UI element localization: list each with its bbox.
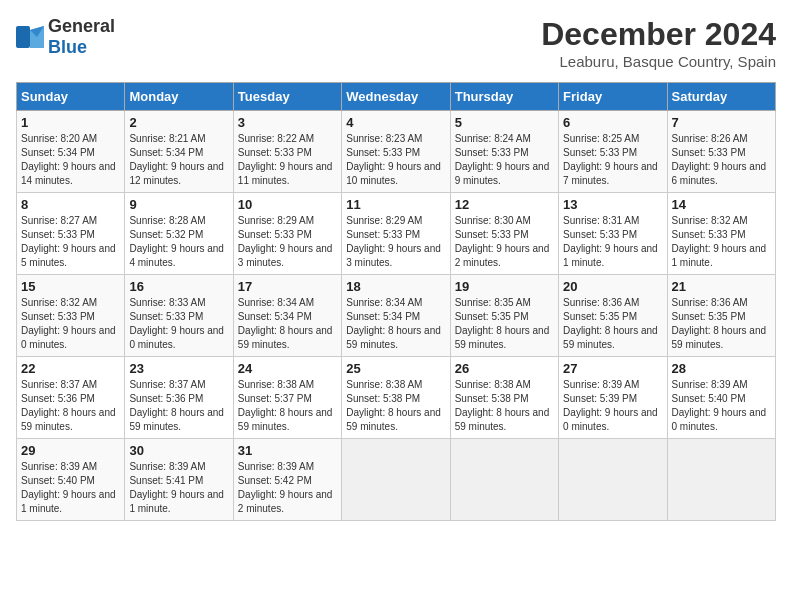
col-header-wednesday: Wednesday [342,83,450,111]
calendar-cell: 4Sunrise: 8:23 AMSunset: 5:33 PMDaylight… [342,111,450,193]
calendar-cell: 12Sunrise: 8:30 AMSunset: 5:33 PMDayligh… [450,193,558,275]
calendar-cell: 3Sunrise: 8:22 AMSunset: 5:33 PMDaylight… [233,111,341,193]
calendar-cell: 22Sunrise: 8:37 AMSunset: 5:36 PMDayligh… [17,357,125,439]
logo-text: General Blue [48,16,115,58]
calendar-cell [559,439,667,521]
cell-content: Sunrise: 8:38 AMSunset: 5:38 PMDaylight:… [346,378,445,434]
calendar-cell: 13Sunrise: 8:31 AMSunset: 5:33 PMDayligh… [559,193,667,275]
day-number: 28 [672,361,771,376]
calendar-cell: 9Sunrise: 8:28 AMSunset: 5:32 PMDaylight… [125,193,233,275]
day-number: 30 [129,443,228,458]
cell-content: Sunrise: 8:33 AMSunset: 5:33 PMDaylight:… [129,296,228,352]
col-header-tuesday: Tuesday [233,83,341,111]
cell-content: Sunrise: 8:35 AMSunset: 5:35 PMDaylight:… [455,296,554,352]
col-header-saturday: Saturday [667,83,775,111]
cell-content: Sunrise: 8:37 AMSunset: 5:36 PMDaylight:… [129,378,228,434]
calendar-cell: 16Sunrise: 8:33 AMSunset: 5:33 PMDayligh… [125,275,233,357]
calendar-cell: 27Sunrise: 8:39 AMSunset: 5:39 PMDayligh… [559,357,667,439]
day-number: 31 [238,443,337,458]
header: General Blue December 2024 Leaburu, Basq… [16,16,776,70]
logo-icon [16,26,44,48]
day-number: 1 [21,115,120,130]
calendar-cell: 26Sunrise: 8:38 AMSunset: 5:38 PMDayligh… [450,357,558,439]
calendar-cell: 19Sunrise: 8:35 AMSunset: 5:35 PMDayligh… [450,275,558,357]
cell-content: Sunrise: 8:22 AMSunset: 5:33 PMDaylight:… [238,132,337,188]
calendar-cell: 15Sunrise: 8:32 AMSunset: 5:33 PMDayligh… [17,275,125,357]
calendar-cell [342,439,450,521]
calendar-cell: 7Sunrise: 8:26 AMSunset: 5:33 PMDaylight… [667,111,775,193]
day-number: 7 [672,115,771,130]
col-header-sunday: Sunday [17,83,125,111]
calendar-cell: 1Sunrise: 8:20 AMSunset: 5:34 PMDaylight… [17,111,125,193]
cell-content: Sunrise: 8:38 AMSunset: 5:37 PMDaylight:… [238,378,337,434]
week-row-5: 29Sunrise: 8:39 AMSunset: 5:40 PMDayligh… [17,439,776,521]
week-row-4: 22Sunrise: 8:37 AMSunset: 5:36 PMDayligh… [17,357,776,439]
cell-content: Sunrise: 8:39 AMSunset: 5:41 PMDaylight:… [129,460,228,516]
cell-content: Sunrise: 8:39 AMSunset: 5:39 PMDaylight:… [563,378,662,434]
day-number: 20 [563,279,662,294]
cell-content: Sunrise: 8:36 AMSunset: 5:35 PMDaylight:… [672,296,771,352]
day-number: 24 [238,361,337,376]
cell-content: Sunrise: 8:32 AMSunset: 5:33 PMDaylight:… [672,214,771,270]
cell-content: Sunrise: 8:37 AMSunset: 5:36 PMDaylight:… [21,378,120,434]
cell-content: Sunrise: 8:29 AMSunset: 5:33 PMDaylight:… [238,214,337,270]
day-number: 19 [455,279,554,294]
day-number: 16 [129,279,228,294]
cell-content: Sunrise: 8:39 AMSunset: 5:40 PMDaylight:… [672,378,771,434]
day-number: 12 [455,197,554,212]
day-number: 23 [129,361,228,376]
week-row-1: 1Sunrise: 8:20 AMSunset: 5:34 PMDaylight… [17,111,776,193]
cell-content: Sunrise: 8:39 AMSunset: 5:40 PMDaylight:… [21,460,120,516]
cell-content: Sunrise: 8:24 AMSunset: 5:33 PMDaylight:… [455,132,554,188]
cell-content: Sunrise: 8:23 AMSunset: 5:33 PMDaylight:… [346,132,445,188]
day-number: 8 [21,197,120,212]
cell-content: Sunrise: 8:29 AMSunset: 5:33 PMDaylight:… [346,214,445,270]
calendar-table: SundayMondayTuesdayWednesdayThursdayFrid… [16,82,776,521]
day-number: 10 [238,197,337,212]
day-number: 5 [455,115,554,130]
day-number: 9 [129,197,228,212]
day-number: 27 [563,361,662,376]
cell-content: Sunrise: 8:38 AMSunset: 5:38 PMDaylight:… [455,378,554,434]
day-number: 11 [346,197,445,212]
day-number: 6 [563,115,662,130]
calendar-cell: 14Sunrise: 8:32 AMSunset: 5:33 PMDayligh… [667,193,775,275]
day-number: 3 [238,115,337,130]
location-title: Leaburu, Basque Country, Spain [541,53,776,70]
cell-content: Sunrise: 8:26 AMSunset: 5:33 PMDaylight:… [672,132,771,188]
calendar-cell: 18Sunrise: 8:34 AMSunset: 5:34 PMDayligh… [342,275,450,357]
day-number: 2 [129,115,228,130]
col-header-thursday: Thursday [450,83,558,111]
calendar-cell: 21Sunrise: 8:36 AMSunset: 5:35 PMDayligh… [667,275,775,357]
calendar-cell: 24Sunrise: 8:38 AMSunset: 5:37 PMDayligh… [233,357,341,439]
day-number: 25 [346,361,445,376]
day-number: 29 [21,443,120,458]
week-row-3: 15Sunrise: 8:32 AMSunset: 5:33 PMDayligh… [17,275,776,357]
day-number: 13 [563,197,662,212]
cell-content: Sunrise: 8:27 AMSunset: 5:33 PMDaylight:… [21,214,120,270]
day-number: 4 [346,115,445,130]
day-number: 17 [238,279,337,294]
calendar-cell: 10Sunrise: 8:29 AMSunset: 5:33 PMDayligh… [233,193,341,275]
cell-content: Sunrise: 8:32 AMSunset: 5:33 PMDaylight:… [21,296,120,352]
cell-content: Sunrise: 8:25 AMSunset: 5:33 PMDaylight:… [563,132,662,188]
day-number: 26 [455,361,554,376]
col-header-friday: Friday [559,83,667,111]
logo: General Blue [16,16,115,58]
calendar-cell [667,439,775,521]
calendar-cell: 29Sunrise: 8:39 AMSunset: 5:40 PMDayligh… [17,439,125,521]
week-row-2: 8Sunrise: 8:27 AMSunset: 5:33 PMDaylight… [17,193,776,275]
calendar-cell: 20Sunrise: 8:36 AMSunset: 5:35 PMDayligh… [559,275,667,357]
cell-content: Sunrise: 8:20 AMSunset: 5:34 PMDaylight:… [21,132,120,188]
calendar-cell: 8Sunrise: 8:27 AMSunset: 5:33 PMDaylight… [17,193,125,275]
calendar-cell: 17Sunrise: 8:34 AMSunset: 5:34 PMDayligh… [233,275,341,357]
calendar-cell: 28Sunrise: 8:39 AMSunset: 5:40 PMDayligh… [667,357,775,439]
calendar-cell: 31Sunrise: 8:39 AMSunset: 5:42 PMDayligh… [233,439,341,521]
day-number: 15 [21,279,120,294]
calendar-cell: 6Sunrise: 8:25 AMSunset: 5:33 PMDaylight… [559,111,667,193]
logo-general: General [48,16,115,36]
calendar-cell: 11Sunrise: 8:29 AMSunset: 5:33 PMDayligh… [342,193,450,275]
day-number: 14 [672,197,771,212]
calendar-cell: 5Sunrise: 8:24 AMSunset: 5:33 PMDaylight… [450,111,558,193]
cell-content: Sunrise: 8:36 AMSunset: 5:35 PMDaylight:… [563,296,662,352]
